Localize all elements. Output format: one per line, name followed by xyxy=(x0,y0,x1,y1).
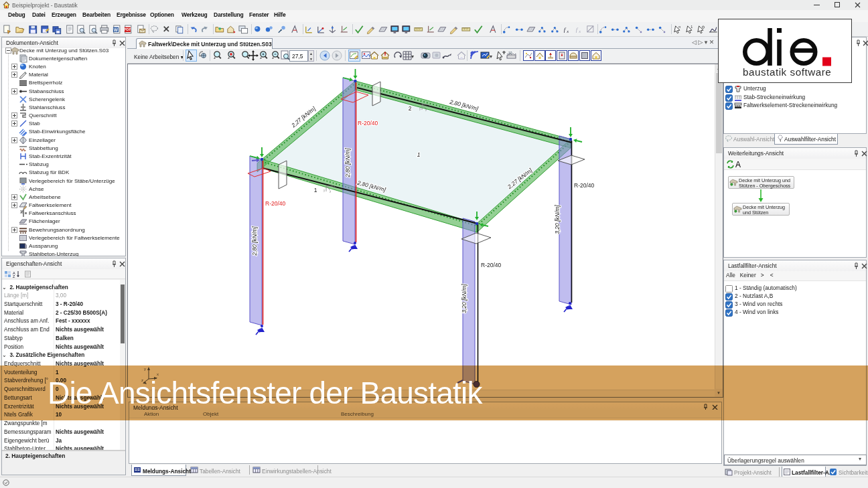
svg-text:z: z xyxy=(330,190,332,193)
svg-text:R-20/40: R-20/40 xyxy=(265,200,286,207)
svg-text:2,80 [kN/m]: 2,80 [kN/m] xyxy=(344,148,351,178)
svg-text:2,80 [kN/m]: 2,80 [kN/m] xyxy=(251,226,258,256)
svg-text:10: 10 xyxy=(508,51,512,55)
svg-text:x: x xyxy=(566,29,569,33)
svg-text:y: y xyxy=(323,189,326,192)
svg-text:1: 1 xyxy=(691,25,693,29)
svg-text:R-20/40: R-20/40 xyxy=(481,262,502,268)
svg-text:f: f xyxy=(576,26,579,33)
svg-text:f: f xyxy=(564,26,567,33)
svg-text:R-20/40: R-20/40 xyxy=(574,182,595,189)
svg-text:3,20 [kN/m]: 3,20 [kN/m] xyxy=(461,284,467,313)
svg-text:2: 2 xyxy=(409,105,412,112)
svg-text:1: 1 xyxy=(417,151,421,158)
svg-text:x: x xyxy=(578,29,581,33)
svg-text:n: n xyxy=(678,25,680,29)
svg-text:R-20/40: R-20/40 xyxy=(358,120,378,127)
svg-text:baustatik software: baustatik software xyxy=(743,66,831,78)
svg-text:1: 1 xyxy=(314,187,317,193)
svg-text:3,20 [kN/m]: 3,20 [kN/m] xyxy=(554,205,561,234)
